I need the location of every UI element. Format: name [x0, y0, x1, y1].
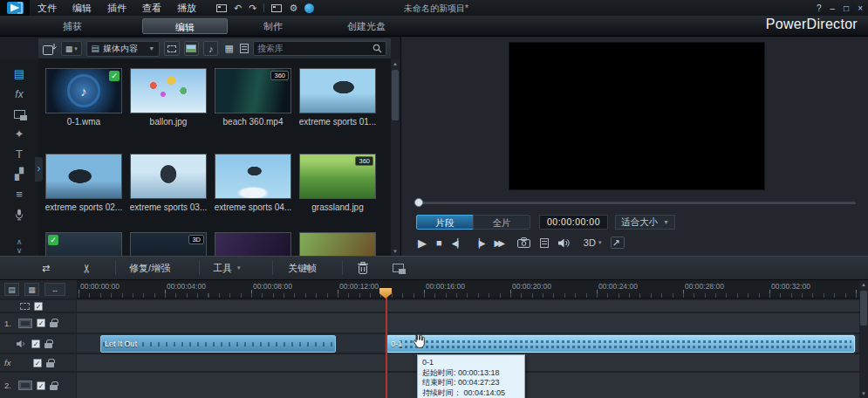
lock-icon[interactable] — [50, 322, 58, 327]
scroll-down-icon[interactable]: ▼ — [859, 391, 868, 396]
clip-mode-button[interactable]: 片段 — [416, 215, 474, 230]
undock-preview-button[interactable]: ↗ — [611, 237, 625, 249]
media-item[interactable]: ♪ ✓ 0-1.wma — [45, 68, 122, 113]
timeline-ruler[interactable]: 00:00:00:00 00:00:04:00 00:00:08:00 00:0… — [77, 280, 859, 298]
tab-capture[interactable]: 捕获 — [63, 18, 82, 34]
library-menu-button[interactable]: ▦ — [222, 41, 236, 56]
media-item[interactable]: extreme sports 03... — [130, 154, 207, 199]
media-item[interactable]: ballon.jpg — [130, 68, 207, 113]
media-item[interactable]: extreme sports 02... — [45, 154, 122, 199]
timeline-view-button[interactable]: ▦ — [24, 283, 39, 296]
help-button[interactable]: ? — [817, 3, 822, 13]
media-item[interactable]: 360 beach 360.mp4 — [215, 68, 291, 113]
range-select-icon[interactable]: ⇄ — [42, 257, 50, 279]
track-enable-checkbox[interactable]: ✓ — [33, 359, 42, 367]
playhead-line[interactable] — [386, 291, 387, 398]
scroll-down-icon[interactable]: ∨ — [0, 246, 38, 255]
media-item[interactable]: extreme sports 04... — [215, 154, 291, 199]
menu-item-plugins[interactable]: 插件 — [99, 0, 134, 16]
stop-button[interactable]: ■ — [436, 237, 442, 248]
media-item[interactable]: ✓ — [45, 232, 122, 256]
search-icon[interactable] — [372, 44, 382, 53]
fast-forward-button[interactable]: ▶▶ — [494, 238, 502, 248]
particle-room-icon[interactable]: ✦ — [9, 126, 30, 142]
preview-seekbar[interactable] — [414, 202, 856, 204]
media-item[interactable]: extreme sports 01... — [299, 68, 376, 113]
filter-photo-button[interactable] — [184, 41, 199, 56]
tab-produce[interactable]: 制作 — [263, 18, 283, 34]
scrollbar-thumb[interactable] — [392, 70, 399, 120]
redo-icon[interactable]: ↷ — [249, 3, 256, 14]
transition-room-icon[interactable]: ▞ — [9, 166, 30, 182]
ruler-label: 00:00:32:00 — [771, 282, 810, 291]
fix-enhance-button[interactable]: 修复/增强 — [129, 257, 170, 279]
minimize-button[interactable]: – — [830, 3, 836, 13]
split-button[interactable]: ✂ — [82, 257, 92, 279]
track-lane[interactable] — [77, 300, 859, 312]
media-item[interactable] — [299, 232, 376, 256]
scroll-down-icon[interactable]: ▼ — [391, 249, 400, 254]
scroll-up-icon[interactable]: ▲ — [859, 280, 868, 287]
screen-capture-icon[interactable] — [216, 4, 227, 12]
previous-frame-button[interactable]: ◀▏ — [452, 238, 463, 248]
pip-objects-room-icon[interactable] — [9, 106, 30, 122]
track-manager-button[interactable]: ▤ — [4, 283, 19, 296]
audio-clip[interactable]: Let It Out — [100, 335, 336, 353]
media-item[interactable]: 360 grassland.jpg — [299, 154, 376, 199]
plugins-button[interactable]: ▦ ▾ — [61, 41, 82, 56]
seek-handle[interactable] — [414, 198, 423, 207]
media-item[interactable] — [215, 232, 291, 256]
fit-timeline-button[interactable]: ↔ — [44, 283, 65, 296]
tools-dropdown-button[interactable]: 工具 ▾ — [213, 257, 241, 279]
fit-dropdown[interactable]: 适合大小 ▼ — [615, 215, 675, 230]
lock-icon[interactable] — [46, 362, 54, 367]
filter-all-button[interactable] — [164, 41, 179, 56]
lock-icon[interactable] — [44, 343, 52, 348]
menu-item-play[interactable]: 播放 — [169, 0, 204, 16]
effect-room-icon[interactable]: fx — [9, 86, 30, 102]
timeline-scrollbar[interactable]: ▲ ▼ — [859, 280, 868, 398]
track-enable-checkbox[interactable]: ✓ — [37, 381, 45, 390]
audio-clip-selected[interactable]: 0-1 — [386, 335, 855, 353]
scrollbar-thumb[interactable] — [860, 291, 867, 326]
lock-icon[interactable] — [50, 385, 58, 390]
media-room-icon[interactable]: ▤ — [9, 65, 30, 82]
title-room-icon[interactable]: T — [9, 146, 30, 162]
media-content-dropdown[interactable]: ▤ 媒体内容 ▼ — [86, 41, 160, 57]
track-lane-video-1[interactable] — [77, 313, 859, 333]
preview-timecode[interactable]: 00:00:00:00 — [539, 215, 608, 230]
import-media-button[interactable] — [43, 41, 57, 56]
menu-item-file[interactable]: 文件 — [30, 0, 65, 16]
library-scrollbar[interactable]: ▲ ▼ — [391, 59, 400, 256]
track-enable-checkbox[interactable]: ✓ — [37, 319, 45, 327]
volume-button[interactable] — [558, 238, 571, 248]
track-enable-checkbox[interactable]: ✓ — [34, 302, 43, 311]
close-button[interactable]: × — [858, 3, 863, 13]
delete-button[interactable] — [358, 257, 368, 279]
preview-window-icon[interactable] — [271, 4, 282, 12]
detail-view-button[interactable] — [240, 41, 249, 56]
keyframe-button[interactable]: 关键帧 — [288, 257, 317, 279]
maximize-button[interactable]: □ — [844, 3, 849, 13]
media-item[interactable]: 3D — [130, 232, 207, 256]
filter-music-button[interactable]: ♪ — [203, 41, 218, 56]
search-input[interactable] — [257, 44, 372, 53]
panel-expander[interactable]: › — [35, 157, 43, 182]
track-enable-checkbox[interactable]: ✓ — [31, 340, 40, 348]
tab-create-disc[interactable]: 创建光盘 — [347, 18, 386, 34]
play-button[interactable]: ▶ — [418, 237, 427, 250]
scroll-up-icon[interactable]: ▲ — [391, 59, 400, 66]
room-panel-button[interactable] — [393, 257, 404, 279]
3d-mode-button[interactable]: 3D ▾ — [584, 237, 602, 248]
menu-item-edit[interactable]: 编辑 — [65, 0, 99, 16]
movie-mode-button[interactable]: 全片 — [473, 215, 530, 230]
preview-quality-button[interactable] — [540, 238, 549, 248]
undo-icon[interactable]: ↶ — [234, 3, 242, 14]
tab-edit[interactable]: 编辑 — [142, 18, 228, 34]
menu-item-view[interactable]: 查看 — [134, 0, 169, 16]
next-frame-button[interactable]: ▕▶ — [473, 238, 484, 248]
voiceover-room-icon[interactable] — [9, 206, 30, 223]
snapshot-button[interactable] — [517, 237, 530, 248]
scroll-up-icon[interactable]: ∧ — [0, 237, 38, 246]
audio-mixing-room-icon[interactable]: ≡ — [9, 186, 30, 202]
